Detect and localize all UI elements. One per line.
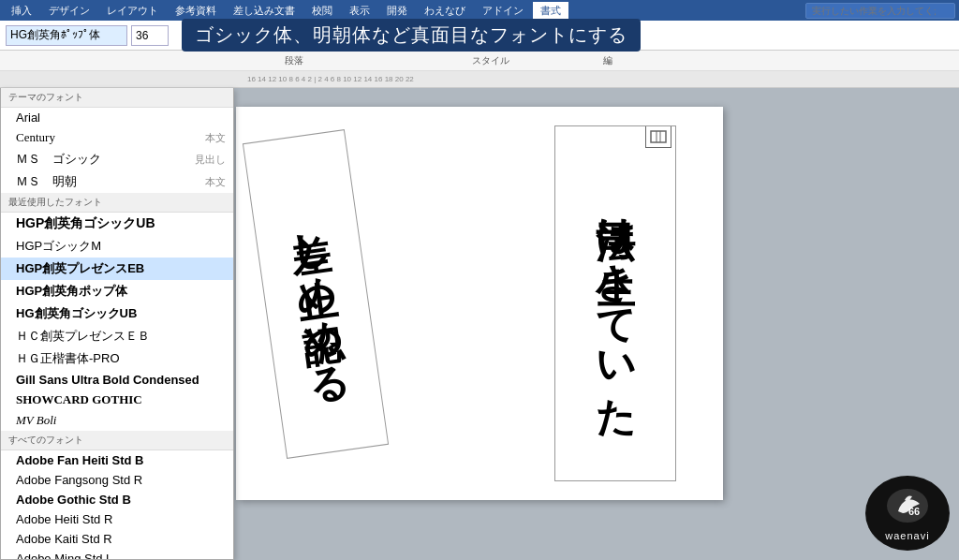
font-item-gill-sans[interactable]: Gill Sans Ultra Bold Condensed xyxy=(1,370,233,390)
sub-toolbar-paragraph: 段落 xyxy=(285,54,303,67)
recent-fonts-header: 最近使用したフォント xyxy=(1,193,233,213)
font-item-adobe-fan-heiti[interactable]: Adobe Fan Heiti Std B xyxy=(1,450,233,470)
tooltip-banner: ゴシック体、明朝体など真面目なフォントにする xyxy=(182,19,641,52)
ribbon-tab-format[interactable]: 書式 xyxy=(533,2,568,20)
ribbon-tab-design[interactable]: デザイン xyxy=(41,2,97,20)
theme-fonts-header: テーマのフォント xyxy=(1,88,233,108)
ruler-area: 16 14 12 10 8 6 4 2 | 2 4 6 8 10 12 14 1… xyxy=(0,71,959,88)
font-item-hgp-pop[interactable]: HGP創英角ポップ体 xyxy=(1,280,233,302)
ribbon-tab-mailings[interactable]: 差し込み文書 xyxy=(226,2,302,20)
ribbon-tab-view[interactable]: 表示 xyxy=(342,2,377,20)
ribbon-tab-addins[interactable]: アドイン xyxy=(475,2,531,20)
waenavi-bird-icon: 66 xyxy=(884,485,931,526)
left-card-text: 差し止め認める xyxy=(277,201,354,387)
font-item-ms-mincho[interactable]: ＭＳ 明朝 本文 xyxy=(1,170,233,193)
ribbon-search-input[interactable] xyxy=(805,3,955,19)
font-size-input[interactable] xyxy=(131,25,169,46)
main-area: テーマのフォント Arial Century 本文 ＭＳ ゴシック 見出し ＭＳ… xyxy=(0,88,959,560)
font-dropdown: テーマのフォント Arial Century 本文 ＭＳ ゴシック 見出し ＭＳ… xyxy=(0,88,234,560)
font-item-adobe-kaiti[interactable]: Adobe Kaiti Std R xyxy=(1,529,233,549)
font-name-input[interactable] xyxy=(6,25,127,46)
font-item-adobe-heiti[interactable]: Adobe Heiti Std R xyxy=(1,509,233,529)
font-item-arial[interactable]: Arial xyxy=(1,108,233,127)
font-item-hg-gothic-ub[interactable]: HG創英角ゴシックUB xyxy=(1,302,233,325)
left-text-card: 差し止め認める xyxy=(243,129,389,459)
font-item-century[interactable]: Century 本文 xyxy=(1,127,233,148)
font-item-hgp-gothic-ub[interactable]: HGP創英角ゴシックUB xyxy=(1,213,233,235)
font-item-hg-kaisho[interactable]: ＨＧ正楷書体-PRO xyxy=(1,347,233,370)
ribbon-tab-waenabi[interactable]: わえなび xyxy=(417,2,473,20)
right-text-card: 司法は生きていた xyxy=(554,125,676,481)
all-fonts-header: すべてのフォント xyxy=(1,431,233,450)
toolbar-row: ゴシック体、明朝体など真面目なフォントにする xyxy=(0,21,959,51)
font-item-hgp-gothic-m[interactable]: HGPゴシックM xyxy=(1,235,233,258)
sub-toolbar-style: スタイル xyxy=(472,54,509,67)
font-item-hc-pres[interactable]: ＨＣ創英プレゼンスＥＢ xyxy=(1,325,233,347)
waenavi-label: waenavi xyxy=(885,530,929,541)
ribbon-tab-layout[interactable]: レイアウト xyxy=(99,2,166,20)
ribbon-tab-developer[interactable]: 開発 xyxy=(379,2,415,20)
right-card-text: 司法は生きていた xyxy=(589,191,642,416)
svg-text:66: 66 xyxy=(908,506,920,517)
font-item-showcard-gothic[interactable]: SHOWCARD GOTHIC xyxy=(1,390,233,410)
ribbon-tab-review[interactable]: 校閲 xyxy=(304,2,340,20)
ribbon-bar: 挿入 デザイン レイアウト 参考資料 差し込み文書 校閲 表示 開発 わえなび … xyxy=(0,0,959,21)
document-page: 差し止め認める 司法は生きていた xyxy=(236,107,723,500)
waenavi-logo: 66 waenavi xyxy=(865,476,950,551)
sub-toolbar-edit: 編 xyxy=(603,54,612,67)
font-item-adobe-fangsong[interactable]: Adobe Fangsong Std R xyxy=(1,470,233,490)
ribbon-tab-insert[interactable]: 挿入 xyxy=(4,2,39,20)
font-item-adobe-gothic[interactable]: Adobe Gothic Std B xyxy=(1,490,233,509)
font-item-mv-boli[interactable]: MV Boli xyxy=(1,410,233,431)
font-item-ms-gothic[interactable]: ＭＳ ゴシック 見出し xyxy=(1,148,233,170)
ribbon-tab-references[interactable]: 参考資料 xyxy=(168,2,224,20)
font-item-adobe-ming[interactable]: Adobe Ming Std L xyxy=(1,549,233,560)
sub-toolbar: 段落 スタイル 編 xyxy=(0,51,959,71)
font-item-hgp-pres-eb[interactable]: HGP創英プレゼンスEB xyxy=(1,258,233,280)
